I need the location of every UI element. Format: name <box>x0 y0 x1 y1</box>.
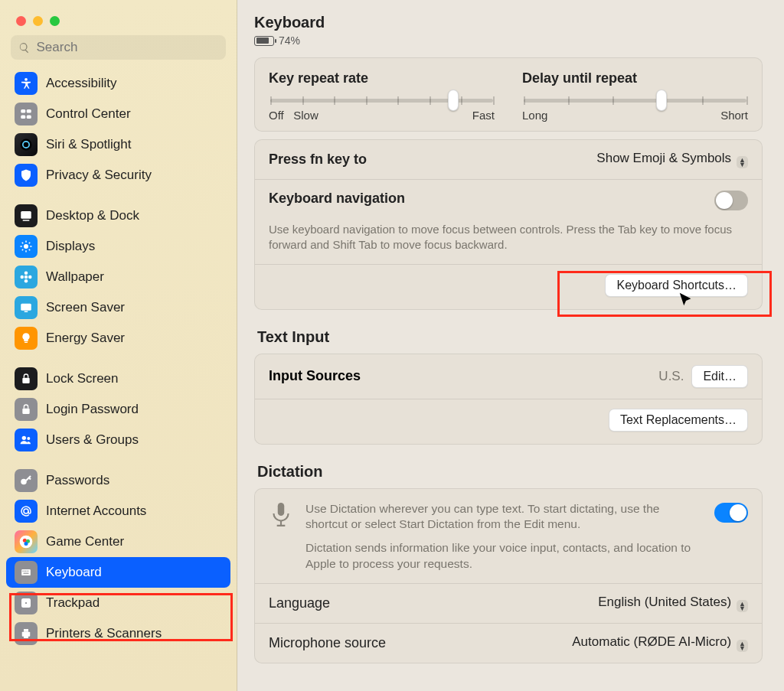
svg-rect-35 <box>21 569 31 575</box>
sidebar-item-label: Keyboard <box>46 565 102 580</box>
cc-icon <box>15 103 38 125</box>
fn-key-row[interactable]: Press fn key to Show Emoji & Symbols▲▼ <box>255 140 762 179</box>
svg-point-18 <box>24 275 28 279</box>
svg-rect-39 <box>27 571 28 572</box>
search-input[interactable] <box>36 40 218 55</box>
dictation-desc-1: Use Dictation wherever you can type text… <box>305 501 702 533</box>
sidebar-item-desktop-dock[interactable]: Desktop & Dock <box>6 200 230 231</box>
page-header: Keyboard 74% <box>254 14 763 50</box>
svg-point-22 <box>28 275 32 279</box>
delay-short-label: Short <box>720 109 748 122</box>
screen-icon <box>15 296 38 319</box>
sidebar-item-internet-accounts[interactable]: Internet Accounts <box>6 496 230 526</box>
rate-off-label: Off <box>269 109 284 122</box>
svg-rect-24 <box>24 311 28 313</box>
rate-fast-label: Fast <box>472 109 495 122</box>
sidebar-item-login-password[interactable]: Login Password <box>6 394 230 425</box>
sidebar-item-label: Users & Groups <box>46 432 139 448</box>
window-controls <box>0 6 237 26</box>
svg-point-19 <box>24 272 28 275</box>
svg-rect-46 <box>24 635 28 638</box>
text-replacements-button[interactable]: Text Replacements… <box>609 409 748 432</box>
sidebar-item-privacy-security[interactable]: Privacy & Security <box>6 160 230 191</box>
sidebar-item-label: Energy Saver <box>46 331 125 346</box>
printer-icon <box>15 622 38 645</box>
sidebar-item-printers-scanners[interactable]: Printers & Scanners <box>6 618 230 649</box>
search-icon <box>18 41 30 54</box>
key-repeat-rate-label: Key repeat rate <box>269 70 495 86</box>
sidebar-item-label: Accessibility <box>46 76 117 91</box>
sidebar-item-keyboard[interactable]: Keyboard <box>6 557 230 588</box>
sidebar-item-game-center[interactable]: Game Center <box>6 526 230 557</box>
input-sources-edit-button[interactable]: Edit… <box>691 365 748 388</box>
keyboard-navigation-toggle[interactable] <box>714 191 748 210</box>
sidebar-item-displays[interactable]: Displays <box>6 231 230 262</box>
key-icon <box>15 469 38 492</box>
tp-icon <box>15 592 38 614</box>
svg-rect-1 <box>21 109 25 113</box>
hand-icon <box>15 164 38 187</box>
fn-label: Press fn key to <box>269 152 367 168</box>
svg-point-28 <box>27 437 30 440</box>
sidebar-item-label: Trackpad <box>46 595 100 611</box>
microphone-source-value: Automatic (RØDE AI-Micro) <box>572 634 731 649</box>
keyboard-shortcuts-button[interactable]: Keyboard Shortcuts… <box>605 274 748 297</box>
svg-point-9 <box>24 244 28 249</box>
lock-icon <box>15 367 38 390</box>
svg-rect-47 <box>278 503 285 516</box>
svg-line-16 <box>29 243 31 244</box>
sidebar-item-label: Passwords <box>46 473 109 488</box>
sidebar-item-label: Printers & Scanners <box>46 626 162 641</box>
dictation-language-value: English (United States) <box>598 595 731 609</box>
sidebar-item-users-groups[interactable]: Users & Groups <box>6 425 230 455</box>
svg-point-43 <box>25 602 27 604</box>
microphone-source-row[interactable]: Microphone source Automatic (RØDE AI-Mic… <box>255 624 762 663</box>
sidebar-item-energy-saver[interactable]: Energy Saver <box>6 323 230 354</box>
svg-line-15 <box>29 249 31 251</box>
minimize-window-button[interactable] <box>33 16 43 26</box>
sidebar-item-control-center[interactable]: Control Center <box>6 99 230 129</box>
sidebar-item-screen-saver[interactable]: Screen Saver <box>6 292 230 323</box>
sidebar-item-label: Siri & Spotlight <box>46 137 132 152</box>
svg-rect-7 <box>21 211 31 219</box>
microphone-source-label: Microphone source <box>269 635 386 651</box>
delay-until-repeat-slider[interactable] <box>524 99 746 103</box>
text-input-card: Input Sources U.S. Edit… Text Replacemen… <box>254 354 763 445</box>
svg-point-30 <box>24 509 28 513</box>
svg-rect-41 <box>24 573 29 574</box>
close-window-button[interactable] <box>16 16 26 26</box>
svg-line-14 <box>22 243 24 244</box>
fn-nav-card: Press fn key to Show Emoji & Symbols▲▼ K… <box>254 139 763 310</box>
sidebar-item-lock-screen[interactable]: Lock Screen <box>6 363 230 394</box>
updown-icon: ▲▼ <box>737 156 748 168</box>
svg-rect-37 <box>24 571 24 572</box>
svg-rect-8 <box>23 220 30 221</box>
sidebar-item-passwords[interactable]: Passwords <box>6 465 230 496</box>
updown-icon: ▲▼ <box>737 640 748 652</box>
search-field[interactable] <box>11 35 226 60</box>
svg-point-21 <box>21 275 24 279</box>
zoom-window-button[interactable] <box>50 16 60 26</box>
svg-rect-38 <box>25 571 26 572</box>
sidebar-list: AccessibilityControl CenterSiri & Spotli… <box>0 68 237 655</box>
sidebar-item-accessibility[interactable]: Accessibility <box>6 68 230 99</box>
siri-icon <box>15 133 38 156</box>
text-input-section-title: Text Input <box>257 328 763 346</box>
sidebar-item-siri-spotlight[interactable]: Siri & Spotlight <box>6 129 230 160</box>
sidebar-item-trackpad[interactable]: Trackpad <box>6 588 230 618</box>
key-repeat-rate-slider[interactable] <box>270 99 493 103</box>
svg-rect-45 <box>24 629 28 632</box>
bulb-icon <box>15 327 38 350</box>
dictation-desc-2: Dictation sends information like your vo… <box>305 540 702 572</box>
gc-icon <box>15 530 38 553</box>
dictation-toggle[interactable] <box>714 503 748 523</box>
sidebar-item-label: Control Center <box>46 106 131 122</box>
fn-value: Show Emoji & Symbols <box>596 151 731 165</box>
updown-icon: ▲▼ <box>737 600 748 612</box>
microphone-icon <box>269 501 293 529</box>
svg-point-0 <box>24 78 28 81</box>
dictation-language-row[interactable]: Language English (United States)▲▼ <box>255 584 762 623</box>
svg-point-20 <box>24 279 28 283</box>
content-area: Keyboard 74% Key repeat rate Off Slow Fa… <box>237 0 784 691</box>
sidebar-item-wallpaper[interactable]: Wallpaper <box>6 262 230 292</box>
